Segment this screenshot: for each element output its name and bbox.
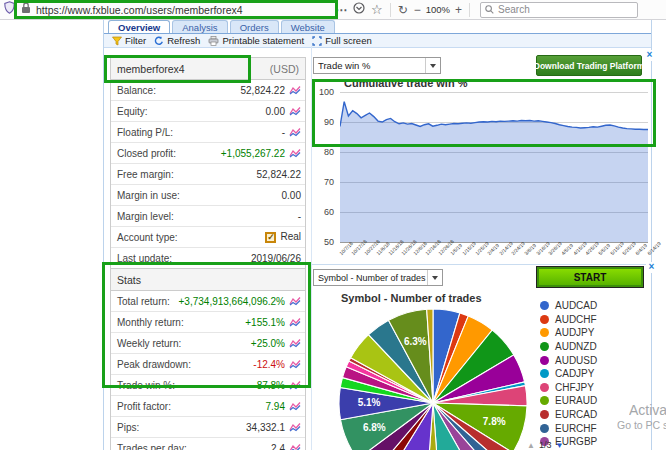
- row-value: 2019/06/26: [172, 253, 301, 264]
- bookmark-star-icon[interactable]: ☆: [371, 1, 383, 19]
- url-bar[interactable]: https://www.fxblue.com/users/memberforex…: [36, 2, 332, 18]
- zoom-in-button[interactable]: +: [455, 1, 462, 19]
- legend-page-down-icon[interactable]: ▼: [555, 441, 563, 450]
- legend-item-eurchf[interactable]: EURCHF: [540, 421, 597, 435]
- printable-statement-button[interactable]: Printable statement: [208, 35, 304, 46]
- table-row: Total return:+3,734,913,664,096.2%: [111, 291, 305, 312]
- row-label: Free margin:: [117, 169, 174, 180]
- legend-color-dot: [540, 301, 549, 310]
- cumulative-trade-win-chart: [340, 92, 648, 243]
- table-row: Floating P/L:-: [111, 122, 305, 143]
- mini-chart-icon[interactable]: [289, 85, 301, 95]
- legend-item-audcad[interactable]: AUDCAD: [540, 299, 597, 313]
- mini-chart-icon[interactable]: [289, 127, 301, 137]
- chart-metric-select[interactable]: Trade win %: [313, 57, 441, 74]
- row-label: Peak drawdown:: [117, 359, 191, 370]
- stats-panel-header: Stats: [111, 269, 305, 291]
- row-label: Closed profit:: [117, 148, 176, 159]
- pocket-icon[interactable]: [353, 1, 365, 19]
- mini-chart-icon[interactable]: [289, 401, 301, 411]
- ad-close-icon[interactable]: ×: [646, 262, 657, 273]
- mini-chart-icon[interactable]: [289, 443, 301, 450]
- download-trading-platform-button[interactable]: Download Trading Platform: [536, 55, 642, 76]
- legend-color-dot: [540, 383, 549, 392]
- table-row: Peak drawdown:-12.4%: [111, 354, 305, 375]
- legend-item-audusd[interactable]: AUDUSD: [540, 353, 597, 367]
- row-label: Balance:: [117, 85, 156, 96]
- zoom-level[interactable]: 100%: [426, 4, 450, 15]
- legend-item-chfjpy[interactable]: CHFJPY: [540, 381, 597, 395]
- printer-icon: [208, 36, 219, 46]
- row-value: 7.94: [171, 401, 285, 412]
- row-label: Account type:: [117, 232, 178, 243]
- url-text: https://www.fxblue.com/users/memberforex…: [36, 4, 243, 16]
- row-label: Total return:: [117, 296, 170, 307]
- column-divider: [311, 46, 312, 450]
- legend-color-dot: [540, 328, 549, 337]
- chevron-down-icon: [427, 270, 442, 285]
- tab-website[interactable]: Website: [281, 20, 335, 33]
- row-label: Monthly return:: [117, 317, 184, 328]
- download-trading-platform-label: Download Trading Platform: [534, 61, 645, 71]
- row-value: +155.1%: [184, 317, 285, 328]
- stats-panel: Stats Total return:+3,734,913,664,096.2%…: [110, 268, 306, 450]
- ad-close-icon[interactable]: ×: [644, 50, 655, 61]
- tab-analysis[interactable]: Analysis: [172, 20, 227, 33]
- site-tab-bar: OverviewAnalysisOrdersWebsite: [108, 20, 335, 33]
- legend-item-euraud[interactable]: EURAUD: [540, 394, 597, 408]
- full-screen-button[interactable]: Full screen: [312, 35, 371, 46]
- filter-button[interactable]: Filter: [112, 35, 146, 46]
- row-value: 34,332.1: [139, 422, 285, 433]
- chart-metric-select-value: Trade win %: [318, 60, 370, 71]
- row-value: +1,055,267.22: [176, 148, 285, 159]
- table-row: Closed profit:+1,055,267.22: [111, 143, 305, 164]
- search-icon: [481, 5, 498, 14]
- chevron-down-icon: [425, 58, 440, 73]
- row-label: Margin in use:: [117, 190, 180, 201]
- area-chart-title: Cumulative trade win %: [344, 77, 467, 89]
- tracking-shield-icon[interactable]: [4, 1, 15, 19]
- legend-color-dot: [540, 424, 549, 433]
- tab-overview[interactable]: Overview: [108, 20, 170, 33]
- table-row: Trade win %:87.8%: [111, 375, 305, 396]
- section-divider: [312, 264, 652, 265]
- tab-orders[interactable]: Orders: [230, 20, 279, 33]
- mini-chart-icon[interactable]: [289, 380, 301, 390]
- legend-item-audchf[interactable]: AUDCHF: [540, 313, 597, 327]
- legend-color-dot: [540, 356, 549, 365]
- legend-page-up-icon[interactable]: ▲: [527, 441, 535, 450]
- reload-icon[interactable]: ↻: [398, 1, 408, 19]
- table-row: Last update:2019/06/26: [111, 248, 305, 269]
- zoom-out-button[interactable]: −: [414, 1, 421, 19]
- toolbar-divider: [469, 3, 470, 17]
- mini-chart-icon[interactable]: [289, 359, 301, 369]
- row-label: Floating P/L:: [117, 127, 173, 138]
- legend-color-dot: [540, 396, 549, 405]
- page-actions-icon[interactable]: ⋯: [335, 1, 347, 19]
- search-input[interactable]: Search: [480, 2, 638, 18]
- table-row: Equity:0.00: [111, 101, 305, 122]
- mini-chart-icon[interactable]: [289, 106, 301, 116]
- padlock-icon[interactable]: [21, 1, 31, 19]
- y-tick-label: 70: [308, 177, 334, 187]
- start-ad-button[interactable]: START: [536, 266, 644, 288]
- mini-chart-icon[interactable]: [289, 296, 301, 306]
- mini-chart-icon[interactable]: [289, 422, 301, 432]
- pie-slice-label: 6.8%: [363, 422, 386, 433]
- mini-chart-icon[interactable]: [289, 148, 301, 158]
- row-value: ✓Real: [178, 231, 301, 243]
- mini-chart-icon[interactable]: [289, 317, 301, 327]
- table-row: Free margin:52,824.22: [111, 164, 305, 185]
- legend-item-audnzd[interactable]: AUDNZD: [540, 340, 597, 354]
- pie-slice-label: 6.3%: [404, 336, 427, 347]
- mini-chart-icon[interactable]: [289, 338, 301, 348]
- legend-item-audjpy[interactable]: AUDJPY: [540, 326, 597, 340]
- pie-metric-select[interactable]: Symbol - Number of trades: [313, 269, 443, 286]
- y-tick-label: 50: [308, 237, 334, 247]
- refresh-button[interactable]: Refresh: [154, 35, 200, 46]
- legend-page-indicator: 1/3: [539, 440, 552, 450]
- legend-item-eurcad[interactable]: EURCAD: [540, 408, 597, 422]
- legend-item-cadjpy[interactable]: CADJPY: [540, 367, 597, 381]
- filter-icon: [112, 36, 122, 46]
- row-label: Equity:: [117, 106, 148, 117]
